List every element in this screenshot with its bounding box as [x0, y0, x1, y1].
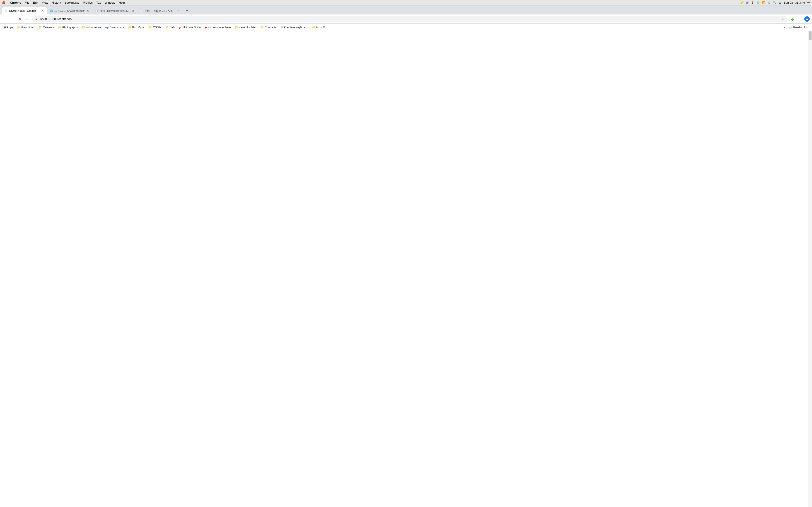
- control-center-icon[interactable]: ⊞: [778, 1, 782, 5]
- bookmark-crosswords-label: Crosswords: [109, 26, 124, 29]
- tab-bar: 📄 CS50x notes - Google Docs ✕ 🌐 127.0.0.…: [0, 5, 812, 14]
- new-tab-button[interactable]: +: [184, 7, 190, 14]
- address-text: 127.0.0.1:8000/entrance/: [39, 17, 780, 20]
- reading-list-icon: 📖: [789, 26, 792, 29]
- tab-title-1: CS50x notes - Google Docs: [9, 9, 39, 12]
- volume-icon[interactable]: 🔊: [746, 1, 749, 5]
- home-button[interactable]: ⌂: [24, 16, 30, 22]
- menu-file[interactable]: File: [25, 1, 30, 4]
- apps-icon: ⊞: [4, 26, 6, 29]
- bookmark-star-icon[interactable]: ☆: [781, 17, 784, 21]
- tab-close-4[interactable]: ✕: [176, 9, 180, 13]
- bookmark-apps[interactable]: ⊞ Apps: [2, 25, 15, 30]
- bookmark-contracts[interactable]: 📁 Contracts: [258, 25, 278, 30]
- apple-menu[interactable]: 🍎: [2, 1, 5, 4]
- crosswords-icon: wp: [105, 26, 108, 29]
- lastpass-icon[interactable]: 🔑: [740, 1, 744, 5]
- folder-icon-cameras: 📁: [39, 26, 42, 29]
- bookmarks-overflow-button[interactable]: »: [782, 25, 787, 30]
- ultimate-guitar-icon: 🎸: [179, 26, 182, 29]
- toolbar-icons: 🧩 ⋮ A: [789, 16, 810, 22]
- bookmark-moonvu-label: MoonVu: [316, 26, 326, 29]
- tab-close-2[interactable]: ✕: [86, 9, 90, 13]
- reading-list-button[interactable]: 📖 Reading List: [787, 25, 810, 30]
- bookmark-cs50x[interactable]: 📁 CS50x: [147, 25, 163, 30]
- bookmark-raw-video[interactable]: 📁 Raw Video: [15, 25, 36, 30]
- tab-favicon-html2: 📋: [140, 9, 143, 12]
- forward-button[interactable]: →: [9, 16, 16, 22]
- bookmark-web[interactable]: 📁 web: [163, 25, 176, 30]
- nav-buttons: ← → ↻ ⌂: [2, 16, 30, 22]
- tab-close-3[interactable]: ✕: [131, 9, 135, 13]
- menu-history[interactable]: History: [52, 1, 61, 4]
- bookmark-web-label: web: [169, 26, 174, 29]
- page-content: [0, 31, 812, 507]
- menu-profiles[interactable]: Profiles: [83, 1, 93, 4]
- macos-menubar: 🍎 Chrome File Edit View History Bookmark…: [0, 0, 812, 5]
- bookmark-apps-label: Apps: [7, 26, 13, 29]
- bookmark-crosswords[interactable]: wp Crosswords: [103, 25, 126, 30]
- scrollbar-thumb[interactable]: [809, 31, 812, 40]
- menu-bookmarks[interactable]: Bookmarks: [64, 1, 79, 4]
- bookmark-cameras-label: Cameras: [43, 26, 54, 29]
- address-bar: ← → ↻ ⌂ 🔒 127.0.0.1:8000/entrance/ ☆ 🧩 ⋮…: [0, 14, 812, 23]
- tab-close-1[interactable]: ✕: [41, 9, 44, 13]
- scrollbar[interactable]: [808, 31, 812, 507]
- bookmark-raw-video-label: Raw Video: [21, 26, 35, 29]
- folder-icon-photography: 📁: [58, 26, 61, 29]
- adobe-icon: Ai: [281, 26, 283, 29]
- folder-icon-web: 📁: [165, 26, 168, 29]
- folder-icon-cs50x: 📁: [149, 26, 152, 29]
- bookmark-cameras[interactable]: 📁 Cameras: [37, 25, 56, 30]
- address-input-container[interactable]: 🔒 127.0.0.1:8000/entrance/ ☆: [32, 16, 787, 22]
- bookmark-saved-label: saved for later: [239, 26, 256, 29]
- folder-icon-raw-video: 📁: [17, 26, 20, 29]
- bookmark-contracts-label: Contracts: [265, 26, 276, 29]
- tab-cs50x-notes[interactable]: 📄 CS50x notes - Google Docs ✕: [2, 7, 47, 14]
- bookmark-proj-mgmt-label: Proj Mgmt: [132, 26, 145, 29]
- tab-localhost[interactable]: 🌐 127.0.0.1:8000/entrance/ ✕: [47, 7, 92, 14]
- menu-window[interactable]: Window: [105, 1, 115, 4]
- menu-help[interactable]: Help: [119, 1, 125, 4]
- profile-avatar[interactable]: A: [804, 16, 810, 22]
- bookmark-proj-mgmt[interactable]: 📁 Proj Mgmt: [126, 25, 147, 30]
- bookmark-premiere[interactable]: Ai Premiere Keyboar...: [279, 25, 310, 30]
- menu-view[interactable]: View: [42, 1, 48, 4]
- tab-favicon-html1: 📋: [95, 9, 98, 12]
- folder-icon-moonvu: 📁: [312, 26, 315, 29]
- bookmark-photography[interactable]: 📁 Photography: [56, 25, 80, 30]
- wifi-icon[interactable]: 📶: [762, 1, 766, 5]
- tab-favicon-docs: 📄: [5, 9, 8, 12]
- bookmark-moonvu[interactable]: 📁 MoonVu: [310, 25, 328, 30]
- bookmarks-bar: ⊞ Apps 📁 Raw Video 📁 Cameras 📁 Photograp…: [0, 23, 812, 31]
- bookmark-submissions-label: submissions: [86, 26, 101, 29]
- bluetooth-icon[interactable]: ₿: [751, 1, 755, 5]
- bookmark-ultimate-guitar[interactable]: 🎸 Ultimate Guitar: [177, 25, 203, 30]
- bookmark-submissions[interactable]: 📁 submissions: [80, 25, 103, 30]
- main-content: [0, 31, 808, 507]
- folder-icon-proj-mgmt: 📁: [128, 26, 132, 29]
- menu-edit[interactable]: Edit: [33, 1, 38, 4]
- reading-list-label: Reading List: [793, 26, 808, 29]
- menu-tab[interactable]: Tab: [96, 1, 101, 4]
- extensions-button[interactable]: 🧩: [789, 16, 795, 22]
- folder-icon-contracts: 📁: [260, 26, 264, 29]
- bookmark-saved-for-later[interactable]: 📁 saved for later: [233, 25, 258, 30]
- bookmark-premiere-label: Premiere Keyboar...: [284, 26, 308, 29]
- tab-title-4: html - Trigger CSS Animations...: [145, 9, 175, 12]
- tab-html-thin[interactable]: 📋 html - How to remove thin bor... ✕: [92, 7, 138, 14]
- search-icon[interactable]: 🔍: [773, 1, 776, 5]
- bookmark-youtube[interactable]: ▶ come on over here: [203, 25, 233, 30]
- settings-button[interactable]: ⋮: [797, 16, 803, 22]
- bookmark-ultimate-guitar-label: Ultimate Guitar: [183, 26, 201, 29]
- folder-icon-saved: 📁: [235, 26, 238, 29]
- battery-icon[interactable]: 🔋: [757, 1, 760, 5]
- tab-title-2: 127.0.0.1:8000/entrance/: [54, 9, 85, 12]
- youtube-icon: ▶: [205, 26, 207, 29]
- tab-html-animations[interactable]: 📋 html - Trigger CSS Animations... ✕: [138, 7, 183, 14]
- reload-button[interactable]: ↻: [17, 16, 23, 22]
- browser-window: 📄 CS50x notes - Google Docs ✕ 🌐 127.0.0.…: [0, 5, 812, 507]
- cast-icon[interactable]: 📡: [767, 1, 771, 5]
- app-name[interactable]: Chrome: [10, 1, 21, 4]
- back-button[interactable]: ←: [2, 16, 9, 22]
